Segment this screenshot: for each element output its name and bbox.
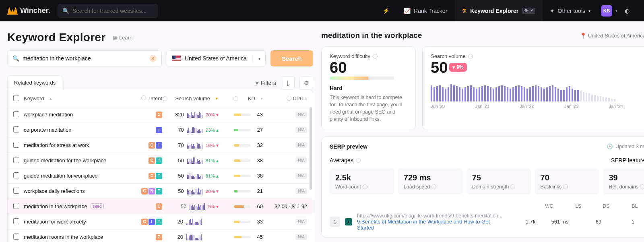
brand[interactable]: Wincher. <box>7 6 50 15</box>
nav-keyword-explorer[interactable]: ⚗ Keyword Explorer BETA <box>454 0 542 21</box>
vol-value: 70 <box>172 142 184 148</box>
intent-chip: C <box>141 188 148 194</box>
keyword-search[interactable]: 🔍 ✕ <box>7 50 162 66</box>
nav-rank-tracker[interactable]: 📈 Rank Tracker <box>396 0 454 21</box>
table-row[interactable]: guided meditation for the workplaceCT508… <box>8 153 313 168</box>
kd-bar <box>234 129 251 131</box>
intent-chip: T <box>156 188 162 194</box>
sort-desc-icon[interactable]: ▼ <box>215 97 219 101</box>
info-icon[interactable] <box>163 96 167 101</box>
top-nav: Wincher. 🔍 ⚡ 📈 Rank Tracker ⚗ Keyword Ex… <box>0 0 644 21</box>
country-select[interactable]: United States of America ▾ <box>167 50 266 66</box>
card-volume: Search volume 50 ▾ 9% Jun '20Jan '21Jan … <box>422 46 644 130</box>
intent-chip: T <box>156 173 162 179</box>
cpc-na: N/A <box>295 127 307 133</box>
nav-bolt[interactable]: ⚡ <box>375 0 396 21</box>
chevron-down-icon: ▾ <box>258 56 260 61</box>
kd-desc: This keyword is hard to compete for. To … <box>330 94 407 123</box>
avg-value: 75 <box>472 173 525 182</box>
tab-related-keywords[interactable]: Related keywords <box>7 75 62 90</box>
avg-label: Load speed <box>404 184 430 190</box>
avg-card: 75 Domain strength <box>466 168 531 194</box>
serp-title[interactable]: 9 Benefits of Meditation in the Workplac… <box>357 219 502 231</box>
hdr-volume[interactable]: Search volume <box>175 95 210 101</box>
avg-value: 70 <box>541 173 594 182</box>
avg-label: Ref. domains <box>609 184 638 190</box>
table-row[interactable]: meditation rooms in the workplaceC2045N/… <box>8 230 313 242</box>
intent-chip: I <box>156 142 162 149</box>
brand-text: Wincher. <box>20 6 50 15</box>
card-serp: SERP preview 🕒Updated 3 minutes ago Aver… <box>321 137 644 238</box>
vol-value: 50 <box>172 173 184 179</box>
row-checkbox[interactable] <box>13 188 19 194</box>
table-row[interactable]: guided meditation for workplaceCT5081% ▴… <box>8 168 313 184</box>
info-icon[interactable] <box>468 54 473 59</box>
info-icon[interactable] <box>356 158 361 163</box>
global-search-input[interactable] <box>72 8 153 14</box>
search-button[interactable]: Search <box>270 50 313 66</box>
vol-value: 20 <box>171 234 183 240</box>
cpc-na: N/A <box>295 188 307 194</box>
avatar[interactable]: KS <box>601 5 612 17</box>
intent-chip: C <box>156 203 162 210</box>
intent-chip: C <box>141 219 148 225</box>
logo-icon <box>7 7 18 15</box>
row-checkbox[interactable] <box>13 234 19 240</box>
row-checkbox[interactable] <box>13 157 19 163</box>
vol-value: 50 <box>172 157 184 163</box>
info-icon[interactable] <box>287 96 291 101</box>
hdr-keyword[interactable]: Keyword <box>24 95 44 101</box>
search-icon: 🔍 <box>62 8 69 14</box>
table-row[interactable]: workplace daily reflectionsCNT5020% ▾21N… <box>8 184 313 199</box>
serp-row[interactable]: 1 u https://www.ukg.com/blog/life-work-t… <box>330 213 644 231</box>
kw-text: meditation rooms in the workplace <box>24 234 103 240</box>
vol-value: 50 <box>172 188 184 194</box>
nav-other-tools[interactable]: ✦ Other tools ▾ <box>543 0 598 21</box>
cpc-na: N/A <box>295 157 307 163</box>
row-checkbox[interactable] <box>13 203 19 209</box>
info-icon[interactable] <box>431 184 436 189</box>
learn-link[interactable]: ▤ Learn <box>113 35 132 41</box>
settings-button[interactable]: ⚙ <box>299 76 313 90</box>
table-row[interactable]: workplace meditationC32020% ▾43N/A <box>8 107 313 122</box>
avg-label: Domain strength <box>472 184 509 190</box>
download-button[interactable]: ⭳ <box>281 76 295 90</box>
info-icon[interactable] <box>141 95 146 100</box>
filters-button[interactable]: ▿ Filters <box>256 80 276 86</box>
hdr-kd[interactable]: KD <box>248 95 255 101</box>
row-checkbox[interactable] <box>13 218 19 224</box>
overview-keyword: meditation in the workplace <box>321 31 422 40</box>
table-scrollbar[interactable] <box>310 107 312 242</box>
chevron-down-icon: ▾ <box>588 8 590 13</box>
info-icon[interactable] <box>640 184 644 189</box>
info-icon[interactable] <box>363 184 367 189</box>
vol-delta: 20% ▾ <box>206 188 219 194</box>
theme-toggle[interactable]: ◐ <box>617 0 637 21</box>
select-all-checkbox[interactable] <box>13 95 19 101</box>
sort-asc-icon[interactable]: ▲ <box>49 97 53 101</box>
info-icon[interactable] <box>233 96 238 101</box>
row-checkbox[interactable] <box>13 111 19 117</box>
kd-bar <box>234 144 251 147</box>
row-checkbox[interactable] <box>13 126 19 132</box>
info-icon[interactable] <box>373 54 378 59</box>
global-search[interactable]: 🔍 <box>58 4 158 18</box>
keyword-input[interactable] <box>23 55 146 62</box>
row-checkbox[interactable] <box>13 172 19 178</box>
info-icon[interactable] <box>510 184 515 189</box>
sort-icon[interactable]: ▾ <box>305 97 307 101</box>
hdr-intent[interactable]: Intent <box>149 95 162 101</box>
table-row[interactable]: meditation for stress at workCI7010% ▾32… <box>8 138 313 153</box>
table-row[interactable]: corporate meditationI7023% ▴27N/A <box>8 122 313 138</box>
page-title: Keyword Explorer <box>7 31 105 44</box>
sparkline <box>187 157 202 164</box>
table-row[interactable]: meditation in the workplaceseedC509% ▾60… <box>8 199 313 214</box>
avg-card: 70 Backlinks <box>535 168 599 194</box>
clear-icon[interactable]: ✕ <box>149 55 157 62</box>
cpc-range: $2.00 - $11.92 <box>275 204 307 209</box>
kd-bar <box>234 190 251 192</box>
row-checkbox[interactable] <box>13 142 19 148</box>
hdr-cpc[interactable]: CPC <box>293 96 303 101</box>
table-row[interactable]: meditation for work anxietyCIT2033N/A <box>8 214 313 230</box>
info-icon[interactable] <box>563 184 568 189</box>
